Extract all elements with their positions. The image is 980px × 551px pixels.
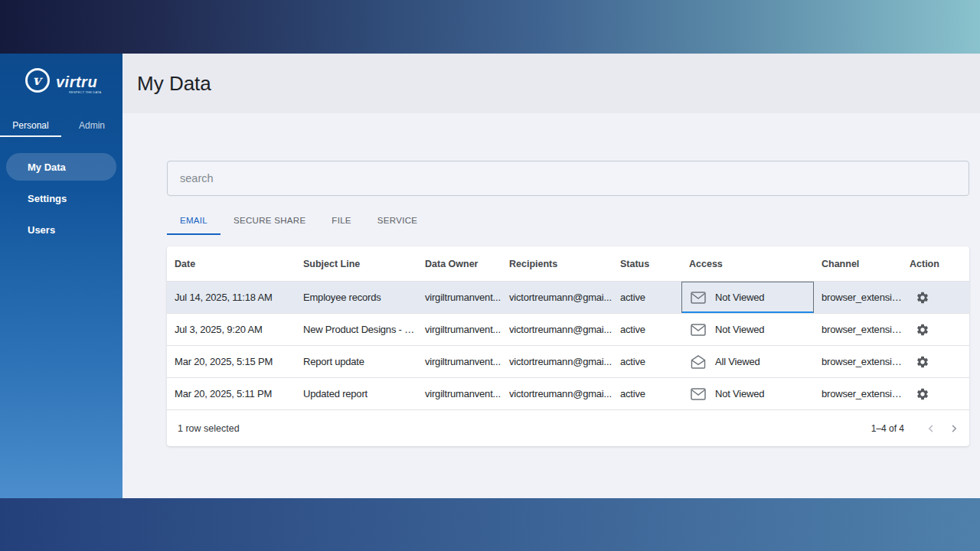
cell-date: Jul 14, 2025, 11:18 AM	[167, 292, 296, 303]
cell-channel: browser_extensio...	[814, 356, 902, 367]
prev-page-button[interactable]	[920, 422, 942, 435]
sidebar-item-my-data[interactable]: My Data	[6, 153, 116, 181]
tab-secure-share[interactable]: SECURE SHARE	[220, 198, 318, 235]
desktop-background-top	[0, 0, 980, 54]
data-table: Date Subject Line Data Owner Recipients …	[167, 246, 969, 446]
sidebar: v virtru RESPECT THE DATA Personal Admin…	[0, 54, 122, 498]
row-settings-button[interactable]	[916, 323, 929, 337]
cell-subject: Updated report	[296, 388, 417, 399]
envelope-closed-icon	[691, 388, 706, 400]
cell-owner: virgiltrumanvent...	[417, 292, 501, 303]
column-header-date: Date	[167, 259, 296, 269]
table-header-row: Date Subject Line Data Owner Recipients …	[167, 246, 969, 282]
cell-action	[902, 387, 969, 401]
table-footer: 1 row selected 1–4 of 4	[167, 410, 969, 446]
row-settings-button[interactable]	[916, 355, 929, 369]
cell-access[interactable]: All Viewed	[681, 346, 814, 377]
row-settings-button[interactable]	[916, 291, 929, 305]
cell-recipients: victortreumann@gmai...	[501, 356, 612, 367]
content-tabs: EMAIL SECURE SHARE FILE SERVICE	[167, 198, 430, 235]
table-row[interactable]: Mar 20, 2025, 5:15 PMReport updatevirgil…	[167, 346, 969, 378]
cell-recipients: victortreumann@gmai...	[501, 292, 612, 303]
sidebar-tab-personal[interactable]: Personal	[0, 113, 61, 137]
cell-status: active	[612, 292, 681, 303]
virtru-logo: v virtru RESPECT THE DATA	[0, 54, 122, 113]
tab-email[interactable]: EMAIL	[167, 198, 220, 235]
desktop-background-bottom	[0, 498, 980, 551]
cell-subject: Employee records	[296, 292, 417, 303]
access-label: Not Viewed	[715, 388, 764, 399]
cell-action	[902, 355, 969, 369]
access-label: All Viewed	[715, 356, 760, 367]
cell-status: active	[612, 324, 681, 335]
sidebar-nav: My Data Settings Users	[0, 153, 122, 247]
cell-subject: Report update	[296, 356, 417, 367]
sidebar-tab-admin[interactable]: Admin	[61, 113, 122, 137]
tab-file[interactable]: FILE	[318, 198, 364, 235]
cell-owner: virgiltrumanvent...	[417, 388, 501, 399]
table-row[interactable]: Mar 20, 2025, 5:11 PMUpdated reportvirgi…	[167, 378, 969, 410]
sidebar-tabs: Personal Admin	[0, 113, 122, 137]
column-header-action: Action	[902, 259, 969, 269]
page-header: My Data	[122, 54, 980, 113]
cell-access[interactable]: Not Viewed	[681, 314, 814, 345]
main-area: My Data EMAIL SECURE SHARE FILE SERVICE …	[122, 54, 980, 498]
access-label: Not Viewed	[715, 292, 764, 303]
column-header-status: Status	[612, 259, 681, 269]
brand-name: virtru	[56, 73, 97, 91]
cell-recipients: victortreumann@gmai...	[501, 324, 612, 335]
cell-action	[902, 291, 969, 305]
sidebar-item-users[interactable]: Users	[6, 216, 116, 243]
pagination-range: 1–4 of 4	[871, 423, 904, 434]
brand-tagline: RESPECT THE DATA	[69, 90, 101, 94]
tab-service[interactable]: SERVICE	[364, 198, 430, 235]
search-box	[167, 161, 969, 196]
cell-date: Mar 20, 2025, 5:11 PM	[167, 388, 296, 399]
column-header-subject: Subject Line	[296, 259, 417, 269]
next-page-button[interactable]	[942, 422, 965, 435]
gear-icon	[916, 355, 929, 369]
table-row[interactable]: Jul 3, 2025, 9:20 AMNew Product Designs …	[167, 314, 969, 346]
cell-status: active	[612, 388, 681, 399]
cell-recipients: victortreumann@gmai...	[501, 388, 612, 399]
sidebar-item-settings[interactable]: Settings	[6, 184, 116, 212]
cell-status: active	[612, 356, 681, 367]
chevron-left-icon	[924, 422, 938, 435]
chevron-right-icon	[947, 422, 961, 435]
row-settings-button[interactable]	[916, 387, 929, 401]
cell-action	[902, 323, 969, 337]
column-header-recipients: Recipients	[501, 259, 612, 269]
gear-icon	[916, 291, 929, 305]
search-input[interactable]	[168, 161, 969, 195]
gear-icon	[916, 387, 929, 401]
app-window: v virtru RESPECT THE DATA Personal Admin…	[0, 54, 980, 498]
gear-icon	[916, 323, 929, 337]
virtru-v-icon: v	[25, 68, 50, 93]
table-body: Jul 14, 2025, 11:18 AMEmployee recordsvi…	[167, 282, 969, 410]
column-header-access: Access	[681, 259, 814, 269]
cell-access[interactable]: Not Viewed	[681, 378, 814, 409]
cell-owner: virgiltrumanvent...	[417, 356, 501, 367]
cell-channel: browser_extensio...	[814, 388, 902, 399]
page-title: My Data	[137, 72, 211, 96]
column-header-channel: Channel	[814, 259, 902, 269]
envelope-closed-icon	[691, 324, 706, 336]
envelope-closed-icon	[691, 292, 706, 304]
access-label: Not Viewed	[715, 324, 764, 335]
column-header-owner: Data Owner	[417, 259, 501, 269]
cell-channel: browser_extensio...	[814, 292, 902, 303]
cell-owner: virgiltrumanvent...	[417, 324, 501, 335]
cell-channel: browser_extensio...	[814, 324, 902, 335]
selection-count: 1 row selected	[178, 423, 871, 434]
cell-date: Mar 20, 2025, 5:15 PM	[167, 356, 296, 367]
cell-access[interactable]: Not Viewed	[681, 282, 814, 313]
table-row[interactable]: Jul 14, 2025, 11:18 AMEmployee recordsvi…	[167, 282, 969, 314]
cell-subject: New Product Designs - Pro...	[296, 324, 417, 335]
cell-date: Jul 3, 2025, 9:20 AM	[167, 324, 296, 335]
envelope-open-icon	[691, 355, 706, 369]
